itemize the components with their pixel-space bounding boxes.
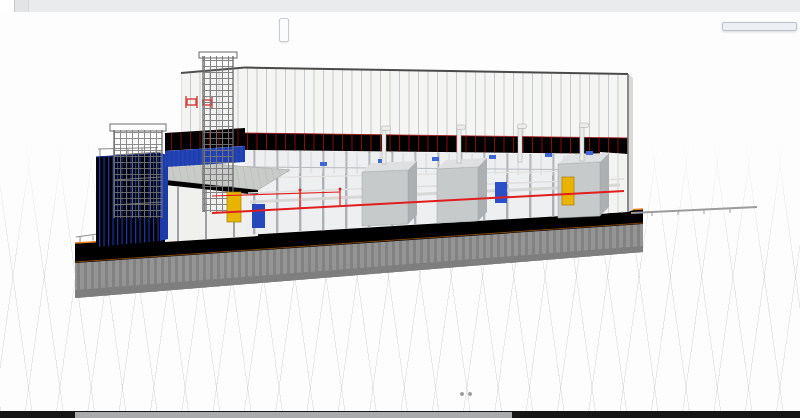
annex-stair-tower — [110, 124, 166, 218]
ground-markers — [460, 392, 472, 396]
taskbar-app-segment[interactable] — [75, 412, 512, 418]
main-toolbar — [279, 18, 289, 42]
add-tab-button[interactable] — [15, 0, 29, 12]
tools-panel — [722, 22, 797, 31]
ahu-box-1 — [362, 161, 417, 226]
right-walkway — [631, 207, 757, 216]
yellow-cabinet-right — [562, 177, 574, 205]
tab-3d-view[interactable] — [0, 0, 15, 12]
viewport-3d-canvas[interactable] — [0, 12, 800, 411]
blue-door-right — [495, 182, 507, 203]
ahu-box-2 — [437, 158, 487, 223]
os-taskbar — [0, 411, 800, 418]
yellow-cabinet-left — [227, 192, 241, 222]
viewport[interactable] — [0, 12, 800, 411]
tower-ladder — [199, 52, 237, 212]
blue-door-left — [252, 204, 265, 228]
